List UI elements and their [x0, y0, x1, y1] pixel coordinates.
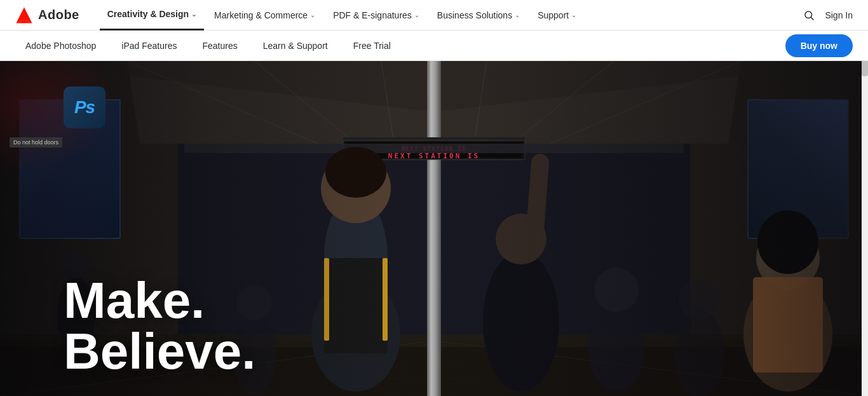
buy-now-button[interactable]: Buy now — [785, 34, 853, 57]
ps-icon-text: Ps — [74, 97, 95, 118]
top-nav: Adobe Creativity & Design ⌄ Marketing & … — [0, 0, 868, 31]
nav-item-business[interactable]: Business Solutions ⌄ — [430, 0, 527, 31]
sub-nav: Adobe Photoshop iPad Features Features L… — [0, 31, 868, 61]
search-button[interactable] — [803, 10, 815, 21]
chevron-down-icon: ⌄ — [414, 11, 419, 18]
nav-right: Sign In — [803, 10, 853, 21]
sub-nav-ipad[interactable]: iPad Features — [111, 31, 187, 61]
sub-nav-features-label: Features — [203, 41, 238, 51]
hero-title-line1: Make. — [64, 275, 255, 326]
nav-business-label: Business Solutions — [437, 10, 512, 20]
nav-creativity-label: Creativity & Design — [107, 9, 189, 19]
sign-in-button[interactable]: Sign In — [825, 10, 853, 20]
sub-nav-features[interactable]: Features — [193, 31, 248, 61]
chevron-down-icon: ⌄ — [515, 11, 520, 18]
chevron-down-icon: ⌄ — [191, 11, 196, 18]
adobe-logo[interactable]: Adobe — [15, 6, 79, 24]
nav-support-label: Support — [538, 10, 569, 20]
nav-item-creativity[interactable]: Creativity & Design ⌄ — [100, 0, 204, 31]
sub-nav-trial-label: Free Trial — [353, 41, 391, 51]
ps-icon: Ps — [64, 86, 105, 128]
sub-nav-ipad-label: iPad Features — [121, 41, 177, 51]
hero-title-line2: Believe. — [64, 326, 255, 377]
hero-content: Make. Believe. — [64, 275, 255, 377]
adobe-brand-text: Adobe — [38, 8, 79, 22]
sub-nav-photoshop-label: Adobe Photoshop — [25, 41, 96, 51]
sub-nav-photoshop[interactable]: Adobe Photoshop — [15, 31, 106, 61]
nav-item-pdf[interactable]: PDF & E-signatures ⌄ — [325, 0, 427, 31]
chevron-down-icon: ⌄ — [310, 11, 315, 18]
nav-item-marketing[interactable]: Marketing & Commerce ⌄ — [207, 0, 323, 31]
nav-items: Creativity & Design ⌄ Marketing & Commer… — [100, 0, 804, 31]
chevron-down-icon: ⌄ — [571, 11, 576, 18]
svg-point-3 — [805, 11, 812, 18]
hero-section: NEXT STATION IS NEXT STATION IS — [0, 61, 868, 396]
sub-nav-learn-label: Learn & Support — [263, 41, 328, 51]
sub-nav-trial[interactable]: Free Trial — [343, 31, 401, 61]
nav-pdf-label: PDF & E-signatures — [333, 10, 412, 20]
svg-line-4 — [811, 17, 814, 20]
nav-marketing-label: Marketing & Commerce — [214, 10, 308, 20]
sub-nav-learn[interactable]: Learn & Support — [253, 31, 338, 61]
nav-item-support[interactable]: Support ⌄ — [530, 0, 584, 31]
door-sign: Do not hold doors — [10, 137, 62, 147]
